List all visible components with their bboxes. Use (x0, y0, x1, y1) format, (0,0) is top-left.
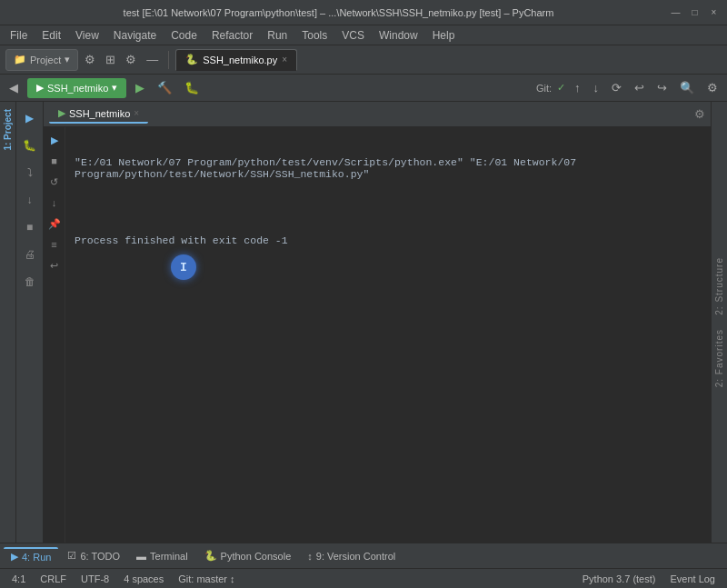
run-rerun-side-btn[interactable]: ↺ (45, 173, 64, 191)
search-everywhere-icon[interactable]: 🔍 (676, 79, 698, 96)
run-chevron-icon: ▾ (112, 82, 117, 94)
menu-vcs[interactable]: VCS (335, 27, 371, 44)
run-config-label: SSH_netmiko (47, 83, 108, 94)
cursor-indicator: I (171, 254, 196, 280)
project-panel-label[interactable]: 1: Project (1, 102, 15, 158)
python-console-icon: 🐍 (204, 550, 217, 562)
stop-sidebar-icon[interactable]: ■ (18, 215, 42, 239)
run-debug-icon[interactable]: 🐛 (181, 79, 203, 96)
toolbar-settings-icon[interactable]: ⚙ (81, 51, 99, 68)
title-bar: test [E:\01 Network\07 Program\python\te… (0, 0, 727, 25)
run-back-icon[interactable]: ◀ (5, 79, 22, 96)
toolbar-gear-icon[interactable]: ⚙ (122, 51, 140, 68)
git-redo-icon[interactable]: ↪ (653, 79, 671, 96)
menu-navigate[interactable]: Navigate (107, 27, 163, 44)
git-check-icon: ✓ (557, 82, 565, 94)
run-play-side-btn[interactable]: ▶ (45, 131, 64, 149)
run-build-icon[interactable]: 🔨 (154, 79, 175, 96)
version-control-icon: ↕ (307, 551, 313, 562)
run-bottom-btn[interactable]: ▶ 4: Run (4, 547, 58, 564)
git-update-icon[interactable]: ↑ (571, 79, 584, 96)
menu-help[interactable]: Help (426, 27, 462, 44)
status-bar: 4:1 CRLF UTF-8 4 spaces Git: master ↕ Py… (0, 568, 727, 588)
run-tab[interactable]: ▶ SSH_netmiko × (49, 105, 148, 124)
step-into-icon[interactable]: ↓ (18, 188, 42, 212)
minimize-btn[interactable]: — (670, 6, 682, 18)
terminal-output[interactable]: "E:/01 Network/07 Program/python/test/ve… (65, 127, 711, 543)
terminal-bottom-btn[interactable]: ▬ Terminal (129, 549, 195, 563)
print-icon[interactable]: 🖨 (18, 243, 42, 266)
run-play-icon[interactable]: ▶ (132, 79, 148, 96)
run-panel: ▶ SSH_netmiko × ⚙ ▶ ■ ↺ ↓ 📌 ≡ ↩ "E:/01 N… (44, 102, 711, 543)
exit-line: Process finished with exit code -1 (75, 234, 702, 246)
menu-file[interactable]: File (4, 27, 34, 44)
project-section: 📁 Project ▾ ⚙ ⊞ ⚙ — (5, 49, 162, 71)
run-panel-settings-icon[interactable]: ⚙ (694, 107, 705, 121)
terminal-icon: ▬ (136, 551, 146, 562)
settings-icon[interactable]: ⚙ (703, 79, 722, 96)
bottom-toolbar: ▶ 4: Run ☑ 6: TODO ▬ Terminal 🐍 Python C… (0, 543, 727, 568)
run-tab-icon: ▶ (58, 107, 65, 119)
run-bottom-label: 4: Run (22, 552, 51, 563)
git-status[interactable]: Git: master ↕ (174, 573, 239, 584)
git-history-icon[interactable]: ⟳ (608, 79, 625, 96)
maximize-btn[interactable]: □ (689, 6, 701, 18)
chevron-down-icon: ▾ (65, 54, 70, 65)
toolbar-layout-icon[interactable]: ⊞ (102, 51, 119, 68)
menu-window[interactable]: Window (373, 27, 424, 44)
run-side-buttons: ▶ ■ ↺ ↓ 📌 ≡ ↩ (44, 127, 65, 543)
run-scroll-btn[interactable]: ↓ (45, 194, 64, 212)
step-over-icon[interactable]: ⤵ (18, 161, 42, 184)
todo-label: 6: TODO (80, 551, 120, 562)
command-line: "E:/01 Network/07 Program/python/test/ve… (75, 156, 702, 180)
toolbar-separator (168, 51, 169, 69)
project-button[interactable]: 📁 Project ▾ (5, 49, 78, 71)
project-sidebar[interactable]: 1: Project (0, 102, 16, 543)
python-file-icon: 🐍 (185, 54, 198, 65)
cursor-position[interactable]: 4:1 (7, 573, 30, 584)
structure-tab[interactable]: 2: Structure (712, 250, 726, 323)
ssh-netmiko-tab[interactable]: 🐍 SSH_netmiko.py × (175, 49, 297, 71)
git-undo-icon[interactable]: ↩ (631, 79, 648, 96)
python-console-btn[interactable]: 🐍 Python Console (197, 548, 299, 563)
run-wrap-btn[interactable]: ↩ (45, 256, 64, 274)
todo-bottom-btn[interactable]: ☑ 6: TODO (60, 548, 127, 563)
run-tab-close-btn[interactable]: × (134, 108, 139, 118)
git-label: Git: (536, 83, 552, 94)
menu-refactor[interactable]: Refactor (205, 27, 259, 44)
menu-view[interactable]: View (69, 27, 105, 44)
tab-label: SSH_netmiko.py (203, 55, 277, 65)
run-content: ▶ ■ ↺ ↓ 📌 ≡ ↩ "E:/01 Network/07 Program/… (44, 127, 711, 543)
encoding[interactable]: UTF-8 (76, 573, 114, 584)
version-control-label: 9: Version Control (316, 551, 395, 562)
event-log[interactable]: Event Log (665, 573, 720, 584)
git-push-icon[interactable]: ↓ (590, 79, 603, 96)
menu-bar: File Edit View Navigate Code Refactor Ru… (0, 25, 727, 45)
menu-run[interactable]: Run (261, 27, 294, 44)
menu-code[interactable]: Code (164, 27, 204, 44)
run-sidebar-icon[interactable]: ▶ (18, 106, 42, 130)
run-config-btn[interactable]: ▶ SSH_netmiko ▾ (27, 78, 126, 98)
python-console-label: Python Console (221, 551, 292, 562)
right-tabs: 2: Structure 2: Favorites (711, 102, 727, 543)
todo-icon: ☑ (67, 550, 76, 562)
run-stop-side-btn[interactable]: ■ (45, 152, 64, 170)
project-label: Project (30, 55, 61, 65)
close-btn[interactable]: × (708, 6, 720, 18)
line-ending[interactable]: CRLF (35, 573, 71, 584)
terminal-label: Terminal (150, 551, 188, 562)
trash-icon[interactable]: 🗑 (18, 270, 42, 294)
run-filter-btn[interactable]: ≡ (45, 235, 64, 254)
menu-edit[interactable]: Edit (35, 27, 67, 44)
debug-sidebar-icon[interactable]: 🐛 (18, 134, 42, 157)
version-control-btn[interactable]: ↕ 9: Version Control (300, 549, 403, 563)
menu-tools[interactable]: Tools (295, 27, 334, 44)
title-text: test [E:\01 Network\07 Program\python\te… (7, 7, 670, 18)
tab-close-btn[interactable]: × (282, 55, 287, 65)
run-tab-bar: ▶ SSH_netmiko × ⚙ (44, 102, 711, 127)
toolbar-minus-icon[interactable]: — (143, 51, 162, 68)
favorites-tab[interactable]: 2: Favorites (712, 322, 726, 394)
python-interpreter[interactable]: Python 3.7 (test) (578, 573, 661, 584)
indent-setting[interactable]: 4 spaces (119, 573, 168, 584)
run-pin-btn[interactable]: 📌 (45, 214, 64, 233)
